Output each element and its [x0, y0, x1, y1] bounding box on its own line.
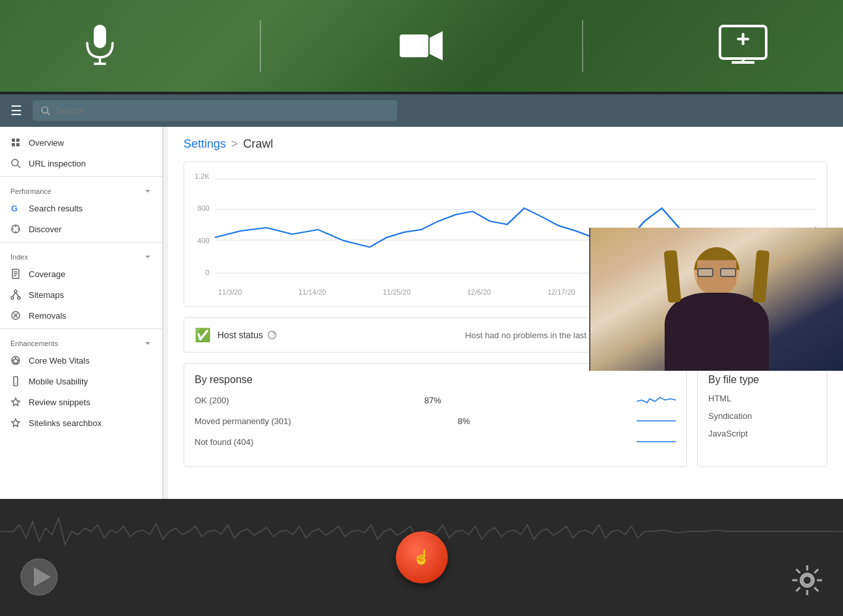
overview-label: Overview	[29, 138, 64, 148]
sidebar-item-mobile-usability[interactable]: Mobile Usability	[0, 371, 162, 392]
cursor-icon: ☝	[413, 549, 430, 566]
response-row-301: Moved permanently (301) 8%	[195, 414, 676, 427]
app-logo[interactable]	[20, 557, 59, 596]
sidebar-item-discover[interactable]: Discover	[0, 219, 162, 239]
svg-line-31	[12, 293, 16, 297]
by-response-panel: By response OK (200) 87% Moved permanent…	[184, 363, 687, 467]
breadcrumb-current: Crawl	[243, 137, 273, 151]
index-section: Index	[0, 245, 162, 263]
filetype-row-html: HTML	[708, 394, 816, 403]
by-file-type-title: By file type	[708, 374, 816, 386]
svg-point-10	[42, 107, 48, 113]
url-inspection-label: URL inspection	[29, 159, 86, 168]
bottom-bar: ☝	[0, 499, 843, 616]
search-results-label: Search results	[29, 204, 83, 213]
removals-label: Removals	[29, 311, 66, 321]
svg-rect-37	[14, 377, 18, 386]
enhancements-section: Enhancements	[0, 332, 162, 350]
svg-marker-40	[12, 419, 20, 427]
breadcrumb-parent[interactable]: Settings	[184, 137, 226, 151]
sitelinks-searchbox-label: Sitelinks searchbox	[29, 418, 102, 428]
svg-line-59	[814, 569, 818, 573]
sidebar-item-sitemaps[interactable]: Sitemaps	[0, 284, 162, 305]
divider-2	[582, 20, 583, 72]
svg-rect-3	[400, 34, 428, 57]
svg-rect-12	[12, 139, 15, 142]
sidebar-item-sitelinks-searchbox[interactable]: Sitelinks searchbox	[0, 412, 162, 433]
filetype-row-syndication: Syndication	[708, 411, 816, 421]
by-response-title: By response	[195, 374, 676, 386]
svg-line-60	[796, 587, 800, 591]
sidebar-item-removals[interactable]: Removals	[0, 305, 162, 326]
microphone-button[interactable]	[61, 14, 139, 79]
by-file-type-panel: By file type HTML Syndication JavaScript	[697, 363, 827, 467]
record-button[interactable]: ☝	[396, 531, 448, 583]
sidebar-item-review-snippets[interactable]: Review snippets	[0, 392, 162, 412]
sidebar-item-url-inspection[interactable]: URL inspection	[0, 153, 162, 174]
mobile-usability-label: Mobile Usability	[29, 377, 88, 386]
review-snippets-label: Review snippets	[29, 397, 90, 407]
svg-text:G: G	[11, 204, 18, 213]
svg-point-28	[14, 290, 17, 293]
sidebar: Overview URL inspection Performance G Se…	[0, 127, 163, 499]
svg-point-29	[11, 297, 14, 299]
response-row-404: Not found (404)	[195, 435, 676, 448]
sidebar-item-search-results[interactable]: G Search results	[0, 198, 162, 219]
response-row-200: OK (200) 87%	[195, 394, 676, 407]
top-toolbar	[0, 0, 843, 94]
discover-label: Discover	[29, 224, 62, 234]
core-web-vitals-label: Core Web Vitals	[29, 356, 89, 366]
hamburger-menu-icon[interactable]: ☰	[10, 103, 22, 118]
svg-rect-14	[12, 143, 15, 146]
svg-marker-39	[12, 398, 20, 406]
performance-section: Performance	[0, 180, 162, 198]
breadcrumb: Settings > Crawl	[184, 137, 827, 151]
host-status-label: Host status ?	[217, 330, 277, 340]
svg-point-30	[18, 297, 20, 299]
sidebar-item-coverage[interactable]: Coverage	[0, 263, 162, 284]
svg-text:?: ?	[271, 332, 275, 339]
svg-line-58	[814, 587, 818, 591]
svg-marker-4	[430, 31, 443, 60]
video-overlay	[589, 228, 843, 371]
svg-line-32	[16, 293, 19, 297]
svg-line-17	[18, 165, 20, 168]
camera-button[interactable]	[382, 14, 460, 79]
panels-row: By response OK (200) 87% Moved permanent…	[184, 363, 827, 467]
svg-rect-0	[94, 25, 106, 48]
svg-point-16	[12, 159, 18, 166]
sidebar-item-core-web-vitals[interactable]: Core Web Vitals	[0, 350, 162, 371]
sidebar-item-overview[interactable]: Overview	[0, 132, 162, 153]
nav-bar: ☰	[0, 94, 843, 127]
svg-rect-15	[16, 143, 20, 146]
sitemaps-label: Sitemaps	[29, 290, 64, 300]
chart-y-axis: 1.2K 800 400 0	[195, 172, 210, 276]
svg-line-57	[796, 569, 800, 573]
svg-line-11	[48, 113, 50, 115]
breadcrumb-separator: >	[231, 137, 238, 151]
host-status-check-icon: ✅	[195, 327, 211, 343]
search-bar[interactable]	[33, 100, 397, 121]
coverage-label: Coverage	[29, 269, 65, 279]
filetype-row-javascript: JavaScript	[708, 429, 816, 438]
add-screen-button[interactable]	[704, 14, 782, 79]
divider-1	[260, 20, 261, 72]
search-input[interactable]	[55, 105, 389, 116]
svg-rect-13	[16, 139, 20, 142]
settings-button[interactable]	[791, 564, 823, 596]
sidebar-scrollbar[interactable]	[163, 127, 168, 499]
video-person	[590, 228, 843, 371]
svg-point-52	[803, 576, 812, 585]
